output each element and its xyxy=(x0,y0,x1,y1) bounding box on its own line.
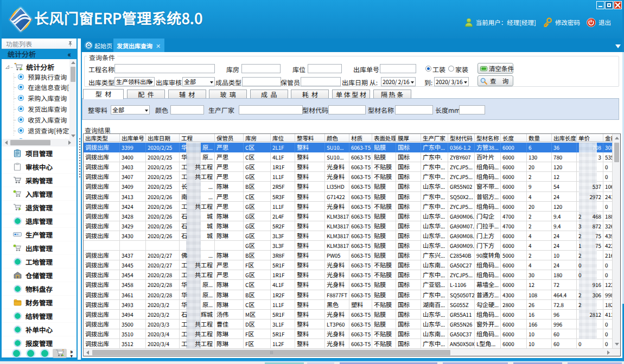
grid-scroll-down[interactable] xyxy=(613,341,620,348)
grid-row[interactable]: 调拨出库34942020/3/2石辉城汤伟M区5R1F整料光身料6063-T5贴… xyxy=(84,310,612,320)
material-tab-5[interactable]: 耗 材 xyxy=(291,90,329,99)
grid-row[interactable]: 调拨出库35122020/3/4工共工程陈琳F区1L2F整料光身料6063-T5… xyxy=(84,339,612,349)
module-dot-icon[interactable] xyxy=(41,350,48,357)
out-type-combo[interactable]: 生产领料出库 xyxy=(114,77,155,86)
grid-row[interactable]: 调拨出库34072020/2/25工共工程严思G区1L1F整料光身料6063-T… xyxy=(84,172,612,182)
manufacturer-input[interactable] xyxy=(239,105,303,114)
grid-row[interactable]: G区3L3F整料KLM38176063-T5贴膜国标山东华...GA90M09.… xyxy=(84,241,612,251)
grid-scroll-right[interactable] xyxy=(605,349,612,356)
column-header-surface[interactable]: 表面处理 xyxy=(372,134,396,142)
grid-scroll-up[interactable] xyxy=(613,135,620,142)
tree-item[interactable]: --采购入库查询 xyxy=(14,93,67,104)
sidebar-item-9[interactable]: 工地管理 xyxy=(2,255,77,269)
grid-row[interactable]: 调拨出库34282020/2/26石城陈琳G区2L4F整料KLM38176063… xyxy=(84,212,612,221)
material-tab-2[interactable]: 辅 材 xyxy=(168,90,206,99)
logout-button[interactable]: 退出 xyxy=(598,18,611,27)
tab-list-dropdown-icon[interactable] xyxy=(615,44,621,48)
tree-scroll-left[interactable] xyxy=(3,139,9,146)
date-from-combo[interactable]: 2020/ 2/16 xyxy=(381,77,416,86)
close-button[interactable] xyxy=(614,1,622,9)
grid-row[interactable]: 调拨出库34002020/2/25华原...严思C区4L1F整料SU10...6… xyxy=(84,152,612,162)
material-tab-4[interactable]: 成 品 xyxy=(250,90,288,99)
keeper-input[interactable] xyxy=(301,77,341,86)
material-tab-7[interactable]: 隔 热 条 xyxy=(373,90,411,99)
product-type-input[interactable] xyxy=(242,77,281,86)
column-header-profile-code[interactable]: 型材代码 xyxy=(448,134,475,142)
tree-expand-icon[interactable] xyxy=(5,65,10,69)
grid-row[interactable]: 调拨出库34452020/2/27工共工程严思F区5R1F整料光身料6063-T… xyxy=(84,260,612,270)
search-button[interactable]: 查 询 xyxy=(477,75,513,86)
warehouse-input[interactable] xyxy=(241,64,281,73)
tree-vscroll-thumb[interactable] xyxy=(71,67,75,82)
sidebar-item-4[interactable]: 入库管理 xyxy=(2,187,77,201)
maximize-button[interactable] xyxy=(605,1,613,9)
material-tab-3[interactable]: 玻 璃 xyxy=(209,90,247,99)
sidebar-item-7[interactable]: 生产管理 xyxy=(2,228,77,241)
pin-icon[interactable] xyxy=(68,41,73,47)
tree-root-statistics[interactable]: -- 统计分析 xyxy=(5,61,54,72)
column-header-project[interactable]: 工程 xyxy=(180,134,215,142)
column-header-out-date[interactable]: 出库日期 xyxy=(146,134,180,142)
grid-row[interactable]: 调拨出库34292020/2/26石城陈琳G区5R2F整料KLM38176063… xyxy=(84,221,612,231)
order-no-input[interactable] xyxy=(380,64,416,73)
sidebar-item-10[interactable]: 仓储管理 xyxy=(2,269,77,282)
module-cart-button[interactable] xyxy=(53,349,67,358)
sidebar-item-15[interactable]: 报废管理 xyxy=(2,336,77,350)
column-header-profile-name[interactable]: 型材名称 xyxy=(475,134,501,142)
sidebar-item-12[interactable]: 财务管理 xyxy=(2,296,77,309)
grid-row[interactable]: 调拨出库34372020/2/27佛...陈琳B区3R8F整料PW056063-… xyxy=(84,251,612,260)
tab-shipping-query[interactable]: 发货出库查询✕ xyxy=(113,39,164,52)
change-password-button[interactable]: 修改密码 xyxy=(555,18,580,27)
grid-row[interactable]: 调拨出库33992020/2/25华原...严思C区2L1F整料SU10...6… xyxy=(84,143,612,152)
column-header-manufacturer[interactable]: 生产厂家 xyxy=(421,134,448,142)
column-header-keeper[interactable]: 保管员 xyxy=(215,134,244,142)
column-header-order-no[interactable]: 出库单号 xyxy=(120,134,146,142)
column-header-qty[interactable]: 数量 xyxy=(527,134,552,142)
grid-row[interactable]: 调拨出库34582020/2/28华原...陈琳C区4L1F整料光身料6063-… xyxy=(84,280,612,290)
sidebar-item-1[interactable]: 项目管理 xyxy=(2,146,77,160)
collapse-icon[interactable]: « xyxy=(68,49,71,60)
profile-code-input[interactable] xyxy=(328,105,366,114)
column-header-out-length[interactable]: 出库长度 xyxy=(552,134,577,142)
color-input[interactable] xyxy=(170,105,204,114)
tree-horizontal-scrollbar[interactable] xyxy=(2,139,77,146)
tree-scroll-right[interactable] xyxy=(66,139,73,146)
sidebar-section-header[interactable]: 统计分析 « xyxy=(2,49,77,60)
tree-item[interactable]: --退货查询[待定] xyxy=(14,125,71,136)
tree-scroll-down[interactable] xyxy=(69,132,77,139)
sidebar-item-6[interactable]: 退库管理 xyxy=(2,214,77,228)
tree-item[interactable]: --预算执行查询 xyxy=(14,71,67,82)
sidebar-item-8[interactable]: 出库管理 xyxy=(2,241,77,255)
tree-scroll-up[interactable] xyxy=(69,59,77,66)
column-header-warehouse[interactable]: 库房 xyxy=(244,134,271,142)
grid-row[interactable]: 调拨出库34092020/2/25长...陈琳B区2R5F整料LI35HD606… xyxy=(84,182,612,191)
column-header-color[interactable]: 颜色 xyxy=(325,134,349,142)
grid-row[interactable]: 调拨出库34032020/2/25工共工程严思G区1R1F整料光身料6063-T… xyxy=(84,162,612,172)
grid-row[interactable]: 调拨出库35102020/3/4工共工程陈琳F区5R1F整料光身料6063-T5… xyxy=(84,329,612,339)
radio-jiazhuang[interactable] xyxy=(448,66,454,72)
tree-item[interactable]: --在途信息查询[待定] xyxy=(14,82,77,93)
column-header-amount[interactable]: 金额 xyxy=(603,134,612,142)
audit-combo[interactable]: 全部 xyxy=(182,77,215,86)
module-dot-icon[interactable] xyxy=(27,350,34,357)
grid-row[interactable]: 调拨出库34242020/2/26工共工程严思G区1L1F整料光身料6063-T… xyxy=(84,202,612,212)
sidebar-item-13[interactable]: 结转管理 xyxy=(2,309,77,323)
grid-row[interactable]: 调拨出库34302020/2/26石城陈琳G区3L3F整料KLM38176063… xyxy=(84,231,612,241)
material-tab-0[interactable]: 型 材 xyxy=(83,89,124,99)
grid-vertical-scrollbar[interactable] xyxy=(612,134,620,348)
splitter-handle[interactable] xyxy=(79,138,80,179)
grid-row[interactable]: 调拨出库34932020/3/2华原...陈琳C区1L1F整料黑色塑料不贴膜国标… xyxy=(84,300,612,310)
project-name-input[interactable] xyxy=(114,64,215,73)
column-header-out-type[interactable]: 出库类型 xyxy=(84,134,120,142)
date-to-combo[interactable]: 2020/ 3/16 xyxy=(434,77,469,86)
tree-hscroll-thumb[interactable] xyxy=(10,140,50,145)
sidebar-item-5[interactable]: 退货管理 xyxy=(2,201,77,214)
tree-item[interactable]: --发货出库查询 xyxy=(14,104,67,114)
column-header-film[interactable]: 膜厚 xyxy=(396,134,421,142)
grid-horizontal-scrollbar[interactable] xyxy=(84,348,620,356)
grid-row[interactable]: 调拨出库35002020/3/3工共工程曹佳D区3L1F整料LT3P606063… xyxy=(84,320,612,329)
clear-conditions-button[interactable]: 清空条件 xyxy=(477,63,513,74)
whole-piece-combo[interactable]: 全部 xyxy=(111,105,150,114)
tree-item[interactable]: --收货入库查询 xyxy=(14,114,67,125)
toolbar-overflow-button[interactable]: »▾ xyxy=(70,349,73,357)
